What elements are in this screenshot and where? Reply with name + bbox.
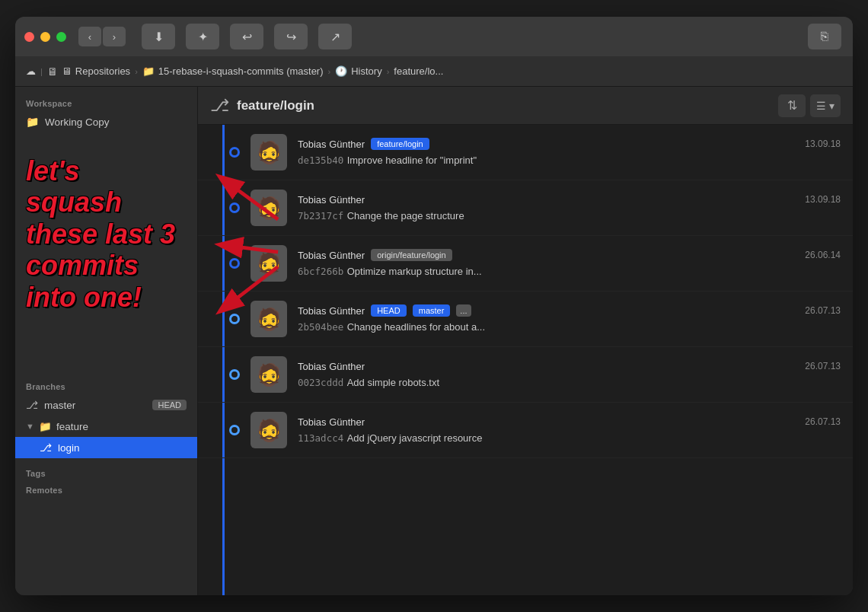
graph-node bbox=[229, 147, 240, 158]
undo-button[interactable]: ↩ bbox=[230, 24, 263, 49]
commit-message: Improve headline for "imprint" bbox=[347, 155, 477, 166]
menu-button[interactable]: ☰ ▾ bbox=[810, 94, 841, 117]
back-icon: ‹ bbox=[88, 31, 91, 43]
commit-hash: 2b504bee bbox=[298, 321, 343, 333]
breadcrumb-cloud[interactable]: ☁ bbox=[26, 65, 36, 77]
sidebar-item-login[interactable]: ⎇ login bbox=[15, 437, 197, 458]
commit-author: Tobias Günther bbox=[298, 361, 365, 372]
traffic-lights bbox=[24, 32, 66, 42]
close-button[interactable] bbox=[24, 32, 34, 42]
menu-icon: ☰ bbox=[816, 100, 826, 112]
commit-header: ⎇ feature/login ⇅ ☰ ▾ bbox=[198, 87, 853, 125]
head-badge: HEAD bbox=[152, 400, 187, 410]
branches-section-label: Branches bbox=[15, 378, 197, 394]
commit-date: 26.07.13 bbox=[805, 305, 841, 316]
commit-date: 26.07.13 bbox=[805, 416, 841, 427]
login-label: login bbox=[58, 442, 80, 454]
breadcrumb-repos[interactable]: 🖥 🖥 Repositories bbox=[47, 65, 130, 78]
forward-icon: › bbox=[113, 31, 116, 43]
commit-hash: 0023cddd bbox=[298, 377, 343, 388]
commit-hash-message: 7b2317cf Change the page structure bbox=[298, 209, 841, 222]
repo-name-label: 15-rebase-i-squash-commits (master) bbox=[158, 65, 324, 77]
nav-group: ‹ › bbox=[78, 27, 126, 46]
table-row[interactable]: 🧔 Tobias Günther 26.07.13 0023cddd Add s… bbox=[198, 347, 853, 403]
sidebar-item-master[interactable]: ⎇ master HEAD bbox=[15, 394, 197, 416]
master-tag[interactable]: master bbox=[413, 304, 451, 317]
master-label: master bbox=[44, 400, 75, 411]
commit-hash-message: 0023cddd Add simple robots.txt bbox=[298, 375, 841, 389]
commit-author: Tobias Günther bbox=[298, 139, 365, 150]
compare-button[interactable]: ⇅ bbox=[778, 94, 806, 117]
annotation-line2: these last 3 bbox=[26, 218, 178, 250]
forward-button[interactable]: › bbox=[103, 27, 126, 46]
minimize-button[interactable] bbox=[40, 32, 50, 42]
redo-icon: ↪ bbox=[286, 30, 296, 44]
breadcrumb-bar: ☁ | 🖥 🖥 Repositories › 📁 15-rebase-i-squ… bbox=[15, 56, 853, 87]
undo-icon: ↩ bbox=[242, 30, 252, 44]
breadcrumb-repo-name[interactable]: 📁 15-rebase-i-squash-commits (master) bbox=[142, 65, 324, 77]
feature-group-header[interactable]: ▼ 📁 feature bbox=[15, 416, 197, 437]
table-row[interactable]: 🧔 Tobias Günther HEAD master ... 26.07.1… bbox=[198, 292, 853, 347]
expand-button[interactable]: ↗ bbox=[318, 24, 352, 49]
graph-node bbox=[229, 314, 240, 324]
avatar: 🧔 bbox=[251, 245, 287, 282]
commit-meta: Tobias Günther 26.07.13 bbox=[298, 416, 841, 428]
breadcrumb-history[interactable]: 🕐 History bbox=[335, 65, 381, 77]
branch-login-icon: ⎇ bbox=[40, 441, 52, 454]
commit-header-right: ⇅ ☰ ▾ bbox=[778, 94, 841, 117]
branch-header-name: feature/login bbox=[237, 98, 314, 113]
commit-date: 26.07.13 bbox=[805, 361, 841, 371]
commit-hash: 7b2317cf bbox=[298, 210, 343, 222]
avatar: 🧔 bbox=[251, 190, 287, 226]
sidebar: let's squash these last 3 commits into o… bbox=[15, 87, 198, 595]
history-label: History bbox=[351, 65, 381, 77]
avatar: 🧔 bbox=[251, 412, 287, 448]
commit-hash-message: 2b504bee Change headlines for about a... bbox=[298, 320, 841, 333]
commit-meta: Tobias Günther HEAD master ... 26.07.13 bbox=[298, 304, 841, 317]
titlebar: ‹ › ⬇ ✦ ↩ ↪ ↗ ⎘ bbox=[15, 17, 853, 56]
origin-tag[interactable]: origin/feature/login bbox=[371, 249, 452, 261]
avatar: 🧔 bbox=[251, 134, 287, 171]
breadcrumb-sep-4: › bbox=[387, 67, 390, 76]
workspace-section-label: Workspace bbox=[15, 94, 197, 111]
table-row[interactable]: 🧔 Tobias Günther feature/login 13.09.18 … bbox=[198, 125, 853, 180]
more-tags[interactable]: ... bbox=[456, 304, 471, 317]
commit-info: Tobias Günther 13.09.18 7b2317cf Change … bbox=[298, 194, 841, 222]
commit-date: 13.09.18 bbox=[805, 194, 841, 205]
feature-arrow-icon: ▼ bbox=[26, 422, 34, 431]
annotation-line4: into one! bbox=[26, 282, 178, 313]
commit-hash: 113adcc4 bbox=[298, 432, 343, 444]
table-row[interactable]: 🧔 Tobias Günther 13.09.18 7b2317cf Chang… bbox=[198, 180, 853, 236]
toolbar-right: ⎘ bbox=[806, 24, 844, 49]
clone-icon: ⎘ bbox=[821, 30, 828, 43]
commit-date: 26.06.14 bbox=[805, 250, 841, 260]
back-button[interactable]: ‹ bbox=[78, 27, 101, 46]
table-row[interactable]: 🧔 Tobias Günther 26.07.13 113adcc4 Add j… bbox=[198, 403, 853, 458]
head-tag[interactable]: HEAD bbox=[371, 304, 407, 317]
commit-hash: de135b40 bbox=[298, 155, 343, 166]
commit-hash-message: 6bcf266b Optimize markup structure in... bbox=[298, 264, 841, 278]
table-row[interactable]: 🧔 Tobias Günther origin/feature/login 26… bbox=[198, 236, 853, 292]
breadcrumb-sep-2: › bbox=[135, 67, 138, 76]
clone-button[interactable]: ⎘ bbox=[808, 24, 841, 49]
branch-breadcrumb-label: feature/lo... bbox=[394, 65, 443, 77]
avatar: 🧔 bbox=[251, 301, 287, 337]
compare-icon: ⇅ bbox=[787, 98, 797, 113]
redo-button[interactable]: ↪ bbox=[274, 24, 308, 49]
commit-author: Tobias Günther bbox=[298, 194, 365, 206]
graph-node bbox=[229, 258, 240, 269]
branch-tag[interactable]: feature/login bbox=[371, 138, 429, 150]
breadcrumb-sep-3: › bbox=[328, 67, 331, 76]
maximize-button[interactable] bbox=[56, 32, 66, 42]
commit-info: Tobias Günther 26.07.13 0023cddd Add sim… bbox=[298, 361, 841, 389]
branch-header-icon: ⎇ bbox=[210, 96, 229, 116]
breadcrumb-branch[interactable]: feature/lo... bbox=[394, 65, 443, 77]
commit-author: Tobias Günther bbox=[298, 250, 365, 261]
graph-node bbox=[229, 202, 240, 213]
working-copy-label: Working Copy bbox=[45, 116, 110, 128]
magic-button[interactable]: ✦ bbox=[186, 24, 219, 49]
sidebar-item-working-copy[interactable]: 📁 Working Copy bbox=[15, 111, 197, 132]
folder-icon: 📁 bbox=[142, 65, 155, 77]
fetch-button[interactable]: ⬇ bbox=[142, 24, 175, 49]
commit-message: Change headlines for about a... bbox=[347, 321, 485, 333]
